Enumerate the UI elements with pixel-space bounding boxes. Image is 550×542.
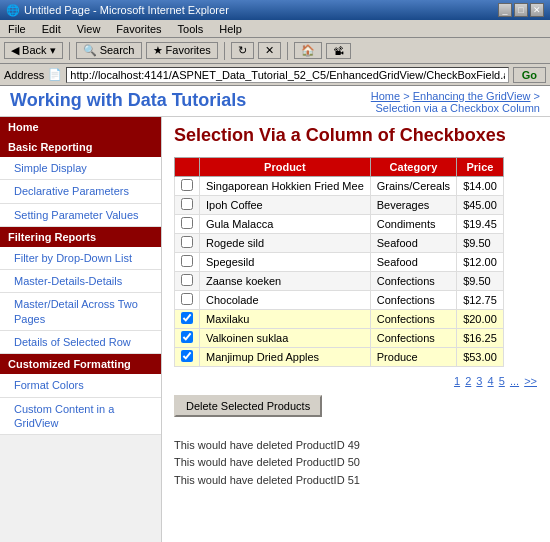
- favorites-button[interactable]: ★ Favorites: [146, 42, 218, 59]
- table-row: Maxilaku Confections $20.00: [175, 309, 504, 328]
- page-4[interactable]: 4: [488, 375, 494, 387]
- sidebar-item-setting-params[interactable]: Setting Parameter Values: [0, 204, 161, 227]
- breadcrumb-home[interactable]: Home: [371, 90, 400, 102]
- sidebar-item-declarative-params[interactable]: Declarative Parameters: [0, 180, 161, 203]
- row-checkbox[interactable]: [175, 328, 200, 347]
- page-3[interactable]: 3: [476, 375, 482, 387]
- row-checkbox[interactable]: [175, 176, 200, 195]
- row-category: Confections: [370, 290, 456, 309]
- sidebar-item-dropdown[interactable]: Filter by Drop-Down List: [0, 247, 161, 270]
- table-row: Gula Malacca Condiments $19.45: [175, 214, 504, 233]
- sidebar: Home Basic Reporting Simple Display Decl…: [0, 117, 162, 542]
- row-checkbox[interactable]: [175, 195, 200, 214]
- row-category: Confections: [370, 328, 456, 347]
- breadcrumb-enhancing[interactable]: Enhancing the GridView: [413, 90, 531, 102]
- sidebar-item-simple-display[interactable]: Simple Display: [0, 157, 161, 180]
- sidebar-item-custom-content[interactable]: Custom Content in a GridView: [0, 398, 161, 436]
- table-row: Singaporean Hokkien Fried Mee Grains/Cer…: [175, 176, 504, 195]
- row-price: $12.75: [457, 290, 504, 309]
- row-product: Singaporean Hokkien Fried Mee: [200, 176, 371, 195]
- toolbar-separator: [69, 42, 70, 60]
- sidebar-item-master-details[interactable]: Master-Details-Details: [0, 270, 161, 293]
- sidebar-item-format-colors[interactable]: Format Colors: [0, 374, 161, 397]
- row-category: Seafood: [370, 233, 456, 252]
- page-1[interactable]: 1: [454, 375, 460, 387]
- maximize-button[interactable]: □: [514, 3, 528, 17]
- page-2[interactable]: 2: [465, 375, 471, 387]
- content-title: Selection Via a Column of Checkboxes: [174, 125, 538, 147]
- row-price: $16.25: [457, 328, 504, 347]
- table-row: Valkoinen suklaa Confections $16.25: [175, 328, 504, 347]
- row-price: $20.00: [457, 309, 504, 328]
- message-area: This would have deleted ProductID 49This…: [174, 437, 538, 490]
- row-checkbox[interactable]: [175, 233, 200, 252]
- menu-edit[interactable]: Edit: [38, 22, 65, 36]
- table-row: Ipoh Coffee Beverages $45.00: [175, 195, 504, 214]
- page-5[interactable]: 5: [499, 375, 505, 387]
- delete-button[interactable]: Delete Selected Products: [174, 395, 322, 417]
- row-product: Zaanse koeken: [200, 271, 371, 290]
- menu-file[interactable]: File: [4, 22, 30, 36]
- address-label: Address: [4, 69, 44, 81]
- delete-message: This would have deleted ProductID 50: [174, 454, 538, 472]
- row-price: $9.50: [457, 233, 504, 252]
- menu-favorites[interactable]: Favorites: [112, 22, 165, 36]
- row-checkbox[interactable]: [175, 290, 200, 309]
- site-title: Working with Data Tutorials: [10, 90, 246, 111]
- menu-help[interactable]: Help: [215, 22, 246, 36]
- refresh-button[interactable]: ↻: [231, 42, 254, 59]
- table-row: Spegesild Seafood $12.00: [175, 252, 504, 271]
- page-next[interactable]: >>: [524, 375, 537, 387]
- minimize-button[interactable]: _: [498, 3, 512, 17]
- main-area: Working with Data Tutorials Home > Enhan…: [0, 86, 550, 542]
- ie-logo-icon: 🌐: [6, 4, 20, 17]
- address-input[interactable]: [66, 67, 508, 83]
- body-area: Home Basic Reporting Simple Display Decl…: [0, 117, 550, 542]
- close-button[interactable]: ✕: [530, 3, 544, 17]
- row-checkbox[interactable]: [175, 309, 200, 328]
- product-grid: Product Category Price Singaporean Hokki…: [174, 157, 504, 367]
- stop-button[interactable]: ✕: [258, 42, 281, 59]
- row-price: $14.00: [457, 176, 504, 195]
- home-button[interactable]: 🏠: [294, 42, 322, 59]
- sidebar-item-selected-row[interactable]: Details of Selected Row: [0, 331, 161, 354]
- row-category: Beverages: [370, 195, 456, 214]
- toolbar: ◀ Back ▾ 🔍 Search ★ Favorites ↻ ✕ 🏠 📽: [0, 38, 550, 64]
- row-category: Condiments: [370, 214, 456, 233]
- go-button[interactable]: Go: [513, 67, 546, 83]
- row-checkbox[interactable]: [175, 271, 200, 290]
- row-checkbox[interactable]: [175, 252, 200, 271]
- sidebar-item-master-detail-pages[interactable]: Master/Detail Across Two Pages: [0, 293, 161, 331]
- toolbar-separator-2: [224, 42, 225, 60]
- row-product: Chocolade: [200, 290, 371, 309]
- row-product: Gula Malacca: [200, 214, 371, 233]
- sidebar-section-basic-reporting[interactable]: Basic Reporting: [0, 137, 161, 157]
- grid-header-product: Product: [200, 157, 371, 176]
- title-bar: 🌐 Untitled Page - Microsoft Internet Exp…: [0, 0, 550, 20]
- grid-header-category: Category: [370, 157, 456, 176]
- row-category: Produce: [370, 347, 456, 366]
- back-button[interactable]: ◀ Back ▾: [4, 42, 63, 59]
- pagination: 1 2 3 4 5 ... >>: [174, 375, 538, 387]
- toolbar-separator-3: [287, 42, 288, 60]
- address-bar: Address 📄 Go: [0, 64, 550, 86]
- row-price: $12.00: [457, 252, 504, 271]
- delete-message: This would have deleted ProductID 49: [174, 437, 538, 455]
- media-button[interactable]: 📽: [326, 43, 351, 59]
- row-checkbox[interactable]: [175, 347, 200, 366]
- grid-header-price: Price: [457, 157, 504, 176]
- menu-tools[interactable]: Tools: [174, 22, 208, 36]
- menu-bar: File Edit View Favorites Tools Help: [0, 20, 550, 38]
- content-area: Selection Via a Column of Checkboxes Pro…: [162, 117, 550, 542]
- sidebar-section-home[interactable]: Home: [0, 117, 161, 137]
- sidebar-section-filtering[interactable]: Filtering Reports: [0, 227, 161, 247]
- page-ellipsis[interactable]: ...: [510, 375, 519, 387]
- row-product: Rogede sild: [200, 233, 371, 252]
- search-button[interactable]: 🔍 Search: [76, 42, 142, 59]
- table-row: Manjimup Dried Apples Produce $53.00: [175, 347, 504, 366]
- menu-view[interactable]: View: [73, 22, 105, 36]
- row-checkbox[interactable]: [175, 214, 200, 233]
- sidebar-section-formatting[interactable]: Customized Formatting: [0, 354, 161, 374]
- window-title: Untitled Page - Microsoft Internet Explo…: [24, 4, 229, 16]
- row-product: Valkoinen suklaa: [200, 328, 371, 347]
